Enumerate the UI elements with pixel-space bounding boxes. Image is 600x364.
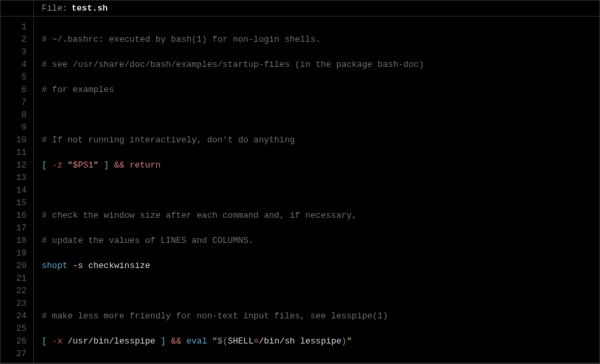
- editor-footer: [1, 363, 599, 363]
- code-line: [ -z "$PS1" ] && return: [42, 159, 591, 171]
- line-number-gutter: 1234567891011121314151617181920212223242…: [1, 17, 34, 363]
- editor-header: File: test.sh: [1, 1, 599, 17]
- line-number: 27: [1, 347, 26, 360]
- editor-container: File: test.sh 12345678910111213141516171…: [0, 0, 600, 364]
- code-line: # see /usr/share/doc/bash/examples/start…: [42, 58, 591, 71]
- code-line: # update the values of LINES and COLUMNS…: [42, 234, 591, 247]
- code-line: # check the window size after each comma…: [42, 209, 591, 222]
- line-number: 12: [1, 159, 26, 171]
- line-number: 10: [1, 134, 26, 146]
- line-number: 13: [1, 171, 26, 184]
- line-number: 26: [1, 335, 26, 347]
- line-number: 11: [1, 146, 26, 159]
- line-number: 23: [1, 297, 26, 310]
- file-name: test.sh: [72, 3, 108, 13]
- line-number: 21: [1, 272, 26, 285]
- line-number: 20: [1, 259, 26, 272]
- line-number: 17: [1, 222, 26, 234]
- code-line: [42, 285, 591, 297]
- code-line: # make less more friendly for non-text i…: [42, 310, 591, 322]
- code-line: # ~/.bashrc: executed by bash(1) for non…: [42, 33, 591, 46]
- line-number: 7: [1, 96, 26, 109]
- code-content[interactable]: # ~/.bashrc: executed by bash(1) for non…: [34, 17, 599, 363]
- file-label: File:: [42, 3, 68, 13]
- line-number: 18: [1, 234, 26, 247]
- code-line: [42, 109, 591, 121]
- line-number: 4: [1, 58, 26, 71]
- line-number: 5: [1, 71, 26, 83]
- editor-area: 1234567891011121314151617181920212223242…: [1, 17, 599, 363]
- code-line: [42, 184, 591, 197]
- line-number: 9: [1, 121, 26, 134]
- line-number: 1: [1, 21, 26, 33]
- line-number: 3: [1, 46, 26, 58]
- gutter-header-spacer: [1, 1, 34, 16]
- line-number: 15: [1, 197, 26, 209]
- code-line: shopt -s checkwinsize: [42, 259, 591, 272]
- line-number: 25: [1, 322, 26, 335]
- file-header: File: test.sh: [34, 3, 116, 13]
- line-number: 16: [1, 209, 26, 222]
- line-number: 14: [1, 184, 26, 197]
- line-number: 2: [1, 33, 26, 46]
- line-number: 22: [1, 285, 26, 297]
- code-line: [ -x /usr/bin/lesspipe ] && eval "$(SHEL…: [42, 335, 591, 347]
- line-number: 8: [1, 109, 26, 121]
- line-number: 19: [1, 247, 26, 259]
- code-line: # for examples: [42, 83, 591, 96]
- line-number: 6: [1, 83, 26, 96]
- code-line: # If not running interactively, don't do…: [42, 134, 591, 146]
- line-number: 24: [1, 310, 26, 322]
